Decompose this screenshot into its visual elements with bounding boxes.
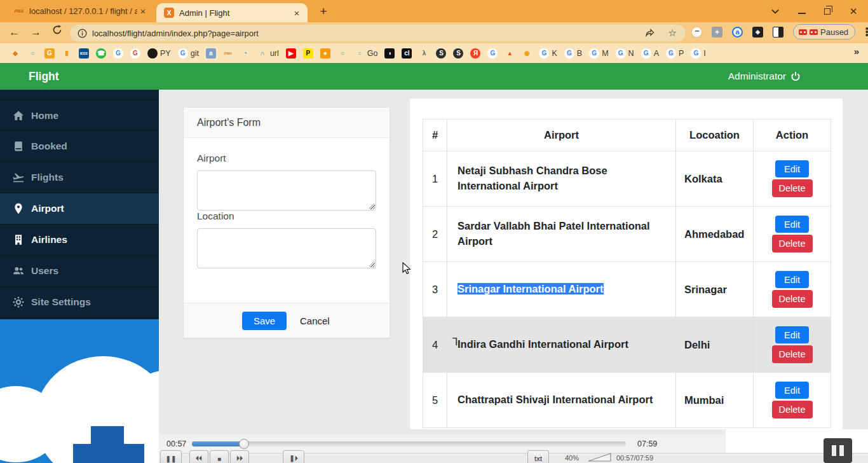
airport-name: Netaji Subhash Chandra Bose Internationa… [458, 165, 607, 191]
location-input[interactable] [197, 228, 376, 268]
brand-title[interactable]: Flight [29, 70, 59, 83]
pause-button[interactable]: ❚❚ [160, 450, 182, 463]
power-icon[interactable] [790, 71, 801, 81]
browser-menu-icon[interactable]: ••• [865, 27, 868, 37]
bookmark-orange-cube[interactable]: G [44, 48, 55, 59]
bookmark-yandex[interactable]: Я [470, 48, 480, 59]
minimize-button[interactable] [798, 9, 806, 14]
bookmark-github[interactable]: PY [147, 48, 171, 59]
bookmark-analytics[interactable]: ▮ [62, 48, 72, 59]
stop-button[interactable]: ■ [210, 450, 229, 463]
bookmark-blue-swirl[interactable]: ◔ [240, 48, 250, 59]
edit-button[interactable]: Edit [775, 216, 809, 233]
bookmark-teal-ring[interactable]: ○ [27, 48, 37, 59]
delete-button[interactable]: Delete [772, 401, 813, 418]
seek-bar[interactable] [192, 441, 626, 446]
table-row: 2 Sardar Vallabh Bhai Patel Internationa… [423, 207, 831, 262]
delete-button[interactable]: Delete [772, 345, 813, 363]
sidebar-item-users[interactable]: Users [0, 256, 159, 287]
next-button[interactable]: ⏵⏵ [230, 450, 249, 463]
page-info-icon[interactable] [78, 29, 87, 38]
bookmark-google-i[interactable]: G I [691, 48, 705, 59]
bookmarks-overflow-chevron[interactable]: » [854, 46, 859, 57]
bookmark-p-yellow[interactable]: P [303, 48, 313, 59]
cancel-button[interactable]: Cancel [300, 315, 330, 326]
paused-extension-pill[interactable]: Paused [793, 24, 855, 39]
bookmark-matlab[interactable]: ▲ [505, 48, 515, 59]
playlist-button[interactable]: ❚⏵ [283, 450, 304, 463]
bookmark-blue-swirl-icon: ◔ [240, 48, 250, 59]
extensions-puzzle-icon[interactable]: ◆ [752, 27, 763, 38]
edit-button[interactable]: Edit [775, 271, 809, 288]
airport-input[interactable] [197, 170, 376, 211]
bookmark-translate[interactable]: a [206, 48, 216, 59]
reading-list-icon[interactable] [773, 27, 783, 38]
bookmark-translate-icon: a [206, 48, 216, 59]
subtitle-button[interactable]: txt [527, 450, 549, 463]
tab-close-icon[interactable]: × [291, 8, 302, 18]
edit-button[interactable]: Edit [775, 382, 809, 399]
tab-close-icon[interactable]: × [137, 6, 149, 17]
bookmark-s-dark-1[interactable]: S [436, 48, 446, 59]
paused-label: Paused [820, 27, 848, 37]
previous-button[interactable]: ⏴⏴ [189, 450, 208, 463]
sidebar-item-airport[interactable]: Airport [0, 193, 159, 225]
bookmark-person[interactable]: λ [419, 48, 429, 59]
extension-hand-icon[interactable]: ✦ [712, 27, 722, 38]
bookmark-pma[interactable]: PMA [223, 48, 233, 59]
table-row: 5 Chattrapati Shivaji International Airp… [423, 373, 831, 428]
bookmark-youtube[interactable]: ▶ [286, 48, 296, 59]
extension-a-icon[interactable]: a [732, 27, 743, 38]
bookmark-url[interactable]: ∩ url [257, 48, 279, 59]
bookmark-green-ring[interactable]: ○ [337, 48, 348, 59]
sidebar-item-booked[interactable]: Booked [0, 131, 159, 162]
tab-search-chevron-icon[interactable] [771, 7, 780, 16]
bookmark-google-m[interactable]: G M [589, 48, 608, 59]
bookmark-bird[interactable]: ◖ [384, 48, 395, 59]
delete-button[interactable]: Delete [772, 179, 813, 197]
browser-tab-phpmyadmin[interactable]: PMA localhost / 127.0.0.1 / flight / air… [8, 0, 153, 22]
browser-tab-admin-flight[interactable]: X Admin | Flight × [156, 3, 308, 22]
bookmark-google-a[interactable]: G A [641, 48, 659, 59]
bookmark-whatsapp[interactable]: ☎ [96, 48, 106, 59]
reload-button[interactable] [52, 25, 62, 38]
edit-button[interactable]: Edit [775, 160, 809, 177]
share-icon[interactable] [645, 28, 654, 39]
administrator-menu[interactable]: Administrator [728, 71, 801, 82]
address-bar[interactable]: localhost/flight/admin/index.php?page=ai… [70, 25, 686, 41]
bookmark-google-git[interactable]: G git [178, 48, 199, 59]
sidebar-item-airlines[interactable]: Airlines [0, 225, 159, 256]
bookmark-eye[interactable]: ◉ [522, 48, 532, 59]
bookmark-go-teal[interactable]: ○ Go [355, 48, 378, 59]
bookmark-cl[interactable]: cl [402, 48, 412, 59]
bookmark-ieee[interactable]: IEEE [79, 48, 89, 59]
forward-button[interactable]: → [31, 26, 41, 39]
bookmark-google-n[interactable]: G N [616, 48, 634, 59]
bookmark-google-2[interactable]: G [130, 48, 140, 59]
back-button[interactable]: ← [9, 26, 20, 39]
sidebar-item-flights[interactable]: Flights [0, 162, 159, 193]
seek-thumb[interactable] [239, 439, 249, 449]
edit-button[interactable]: Edit [775, 326, 809, 343]
bookmark-kite[interactable]: ◆ [10, 48, 20, 59]
restore-button[interactable] [824, 8, 831, 15]
row-number: 3 [423, 262, 447, 317]
volume-slider[interactable] [588, 453, 612, 462]
extensions-area: ᵔᵔ ✦ a ◆ Paused ••• [691, 24, 868, 39]
sidebar-item-site-settings[interactable]: Site Settings [0, 287, 159, 318]
save-button[interactable]: Save [242, 312, 287, 330]
bookmark-s-dark-2[interactable]: S [453, 48, 463, 59]
close-window-button[interactable]: ✕ [849, 7, 858, 16]
bookmark-star-icon[interactable]: ☆ [668, 27, 677, 39]
bookmark-google-k[interactable]: G K [539, 48, 557, 59]
bookmark-google-p[interactable]: G P [666, 48, 684, 59]
bookmark-camera[interactable]: ● [320, 48, 330, 59]
sidebar-item-home[interactable]: Home [0, 100, 159, 131]
bookmark-google-1[interactable]: G [113, 48, 123, 59]
new-tab-button[interactable]: + [316, 4, 330, 18]
extension-panda-icon[interactable]: ᵔᵔ [691, 27, 702, 38]
delete-button[interactable]: Delete [772, 290, 813, 308]
delete-button[interactable]: Delete [772, 235, 813, 252]
bookmark-google-3[interactable]: G [487, 48, 498, 59]
bookmark-google-b[interactable]: G B [564, 48, 582, 59]
